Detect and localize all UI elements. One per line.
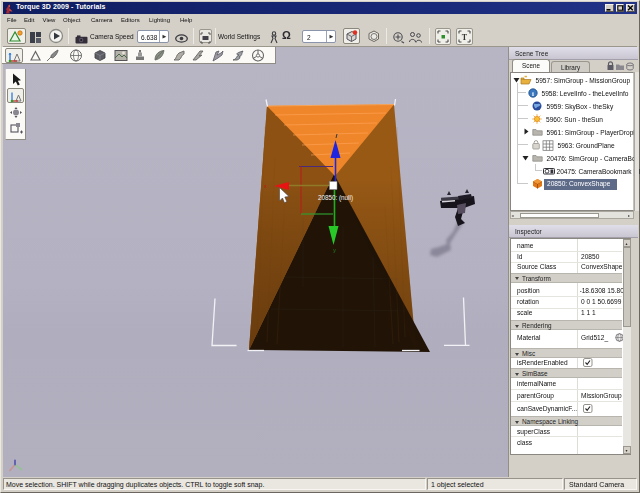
svg-text:y: y — [333, 247, 336, 253]
svg-text:i: i — [532, 90, 534, 98]
svg-text:x: x — [264, 183, 267, 189]
svg-text:20850: (null): 20850: (null) — [318, 194, 353, 202]
svg-text:T: T — [462, 33, 468, 42]
